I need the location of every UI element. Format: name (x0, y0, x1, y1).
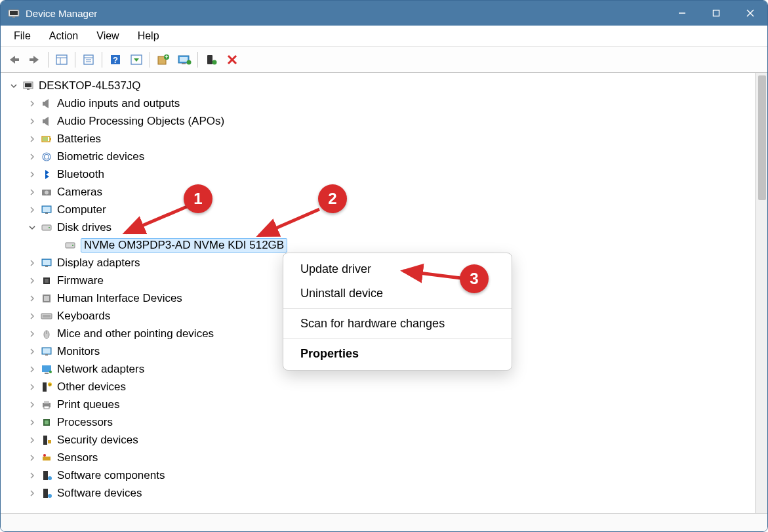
svg-line-90 (125, 207, 187, 233)
annotation-badge: 3 (460, 264, 489, 293)
device-manager-window: Device Manager File Action View Help ? +… (0, 0, 768, 532)
annotation-arrows (1, 1, 768, 532)
svg-line-92 (403, 271, 461, 278)
annotation-badge: 2 (318, 184, 347, 213)
svg-line-91 (259, 209, 319, 235)
annotation-badge: 1 (184, 184, 212, 213)
